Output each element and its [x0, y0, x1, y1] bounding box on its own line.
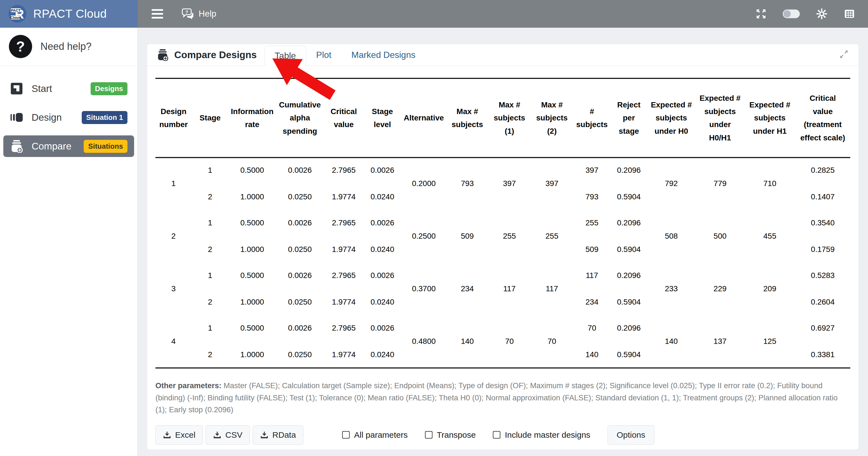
cell-stage-level: 0.0026 [364, 269, 401, 282]
cell-max-subjects-1: 117 [488, 269, 531, 309]
main-content: Compare Designs Table Plot Marked Design… [138, 28, 868, 456]
cell-critical-value: 1.9774 [324, 295, 364, 309]
cell-reject-per-stage: 0.5904 [611, 295, 647, 309]
button-label: Options [617, 430, 645, 439]
need-help-link[interactable]: ? Need help? [0, 28, 137, 66]
csv-export-button[interactable]: CSV [206, 425, 250, 445]
table-row: 4 1 0.5000 0.0026 2.7965 0.0026 0.4800 1… [155, 321, 850, 335]
checkbox-label: Transpose [437, 430, 476, 439]
cell-stage-level: 0.0240 [364, 243, 401, 256]
card-expand-icon[interactable] [839, 49, 849, 61]
toggle-knob [783, 10, 791, 18]
table-spacer [155, 309, 850, 321]
cell-stage-level: 0.0026 [364, 216, 401, 230]
compare-designs-table: Design number Stage Information rate Cum… [155, 78, 850, 368]
cell-information-rate: 0.5000 [228, 321, 276, 335]
cell-design-number: 2 [155, 216, 192, 256]
cell-cumulative-alpha: 0.0026 [276, 269, 324, 282]
cell-empty [192, 282, 228, 295]
compare-icon [10, 139, 23, 153]
design-block: 2 1 0.5000 0.0026 2.7965 0.0026 0.2500 5… [155, 216, 850, 256]
download-icon [163, 431, 171, 439]
help-button[interactable]: ? Help [182, 8, 216, 20]
tab-plot[interactable]: Plot [306, 44, 341, 66]
column-header: Alternative [401, 78, 446, 158]
sidebar-item-design[interactable]: Design Situation 1 [3, 107, 134, 128]
cell-reject-per-stage: 0.2096 [611, 269, 647, 282]
top-bar: R PACT Cloud RPACT Cloud ? Help [0, 0, 868, 28]
checkbox-icon [425, 431, 432, 438]
cell-critical-value: 2.7965 [324, 269, 364, 282]
column-header: Max # subjects (2) [531, 78, 573, 158]
column-header: Max # subjects (1) [488, 78, 531, 158]
cell-critical-value-tes: 0.2825 [795, 164, 850, 177]
checkbox-label: Include master designs [505, 430, 590, 439]
tab-table[interactable]: Table [265, 46, 306, 66]
cell-information-rate: 1.0000 [228, 348, 276, 361]
other-parameters-label: Other parameters: [155, 381, 221, 390]
sidebar-item-start[interactable]: Start Designs [3, 78, 134, 99]
cell-stage: 2 [192, 243, 228, 256]
transpose-checkbox[interactable]: Transpose [425, 430, 476, 439]
column-header: Max # subjects [446, 78, 488, 158]
cell-design-number: 3 [155, 269, 192, 309]
cell-empty [192, 230, 228, 243]
cell-critical-value: 1.9774 [324, 243, 364, 256]
compare-designs-card: Compare Designs Table Plot Marked Design… [147, 44, 859, 450]
cell-critical-value-tes: 0.1759 [795, 243, 850, 256]
cell-max-subjects: 234 [446, 269, 488, 309]
include-master-designs-checkbox[interactable]: Include master designs [493, 430, 590, 439]
page-title: Compare Designs [174, 49, 257, 60]
cell-empty [228, 230, 276, 243]
compare-icon [157, 49, 169, 61]
column-header: Design number [155, 78, 192, 158]
cell-reject-per-stage: 0.5904 [611, 348, 647, 361]
cell-design-number: 1 [155, 164, 192, 203]
top-bar-right-section: ? Help [138, 0, 868, 28]
cell-critical-value: 2.7965 [324, 321, 364, 335]
cell-stage: 1 [192, 321, 228, 335]
tab-marked-designs[interactable]: Marked Designs [341, 44, 425, 66]
cell-max-subjects-2: 117 [531, 269, 573, 309]
cell-empty [228, 177, 276, 190]
rdata-export-button[interactable]: RData [253, 425, 303, 445]
options-button[interactable]: Options [608, 425, 654, 445]
cell-stage-level: 0.0240 [364, 190, 401, 203]
cell-empty [324, 177, 364, 190]
cell-empty [611, 177, 647, 190]
column-header: Expected # subjects under H1 [744, 78, 795, 158]
cell-subjects: 509 [573, 243, 611, 256]
excel-export-button[interactable]: Excel [155, 425, 203, 445]
help-label: Help [199, 9, 216, 19]
cell-reject-per-stage: 0.5904 [611, 243, 647, 256]
hamburger-menu-icon[interactable] [152, 9, 163, 19]
cell-cumulative-alpha: 0.0026 [276, 216, 324, 230]
cell-reject-per-stage: 0.2096 [611, 164, 647, 177]
theme-toggle-switch[interactable] [783, 9, 800, 18]
cell-empty [611, 282, 647, 295]
cell-empty [276, 230, 324, 243]
svg-text:?: ? [185, 10, 188, 15]
cell-empty [795, 177, 850, 190]
cell-stage: 1 [192, 269, 228, 282]
cell-expected-h1: 125 [744, 321, 795, 361]
cell-stage: 1 [192, 216, 228, 230]
card-title: Compare Designs [157, 44, 257, 66]
column-header: Reject per stage [611, 78, 647, 158]
cell-max-subjects-2: 255 [531, 216, 573, 256]
grid-icon[interactable] [844, 8, 855, 20]
sidebar-item-label: Start [32, 83, 52, 94]
cell-information-rate: 0.5000 [228, 164, 276, 177]
cell-expected-h1: 710 [744, 164, 795, 203]
checkbox-icon [342, 431, 350, 438]
cell-empty [795, 335, 850, 348]
all-parameters-checkbox[interactable]: All parameters [342, 430, 407, 439]
cell-critical-value-tes: 0.2604 [795, 295, 850, 309]
sidebar-item-compare[interactable]: Compare Situations [3, 135, 134, 157]
cell-cumulative-alpha: 0.0250 [276, 190, 324, 203]
expand-arrows-icon[interactable] [755, 8, 767, 20]
cell-max-subjects-1: 397 [488, 164, 531, 203]
svg-text:Cloud: Cloud [10, 15, 21, 20]
cell-empty [573, 335, 611, 348]
sun-icon[interactable] [816, 8, 828, 20]
